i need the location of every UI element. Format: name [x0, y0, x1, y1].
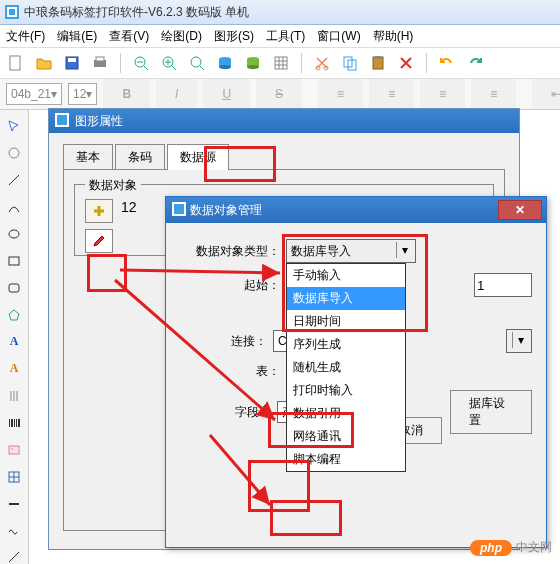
h-line-tool-icon[interactable]: [3, 493, 25, 514]
tab-basic[interactable]: 基本: [63, 144, 113, 170]
properties-titlebar: 图形属性: [49, 109, 519, 133]
tab-barcode[interactable]: 条码: [115, 144, 165, 170]
print-icon[interactable]: [90, 53, 110, 73]
type-select-value: 数据库导入: [291, 243, 351, 260]
menu-view[interactable]: 查看(V): [109, 28, 149, 45]
svg-rect-37: [9, 257, 19, 265]
edit-item-button[interactable]: [85, 229, 113, 253]
strike-icon[interactable]: S: [256, 79, 302, 109]
svg-point-34: [9, 148, 19, 158]
table-tool-icon[interactable]: [3, 466, 25, 487]
bold-icon[interactable]: B: [103, 79, 150, 109]
tab-datasource[interactable]: 数据源: [167, 144, 229, 170]
italic-icon[interactable]: I: [156, 79, 197, 109]
svg-rect-2: [9, 9, 15, 15]
zoomfit-icon[interactable]: [187, 53, 207, 73]
text-tool-icon[interactable]: A: [3, 332, 25, 353]
svg-rect-44: [14, 419, 15, 427]
align-just-icon[interactable]: ≡: [471, 79, 516, 109]
indent-icon[interactable]: ⇤: [532, 79, 560, 109]
grid-icon[interactable]: [271, 53, 291, 73]
menu-shape[interactable]: 图形(S): [214, 28, 254, 45]
vtext-tool-icon[interactable]: [3, 385, 25, 406]
line-tool-icon[interactable]: [3, 170, 25, 191]
image-tool-icon[interactable]: [3, 439, 25, 460]
dropdown-item[interactable]: 随机生成: [287, 356, 405, 379]
size-combo-value: 12: [73, 87, 86, 101]
zoomout-icon[interactable]: [131, 53, 151, 73]
barcode-tool-icon[interactable]: [3, 412, 25, 433]
svg-rect-46: [18, 419, 20, 427]
zoomin-icon[interactable]: [159, 53, 179, 73]
wave-tool-icon[interactable]: [3, 520, 25, 541]
svg-rect-47: [9, 446, 19, 454]
diag-tool-icon[interactable]: [3, 547, 25, 564]
close-button[interactable]: ✕: [498, 200, 542, 220]
underline-icon[interactable]: U: [203, 79, 250, 109]
app-icon: [4, 4, 20, 20]
dropdown-item[interactable]: 数据库导入: [287, 287, 405, 310]
richtext-tool-icon[interactable]: A: [3, 358, 25, 379]
svg-rect-43: [11, 419, 13, 427]
dropdown-item[interactable]: 序列生成: [287, 333, 405, 356]
svg-line-35: [9, 175, 19, 185]
properties-title: 图形属性: [75, 113, 123, 130]
menu-draw[interactable]: 绘图(D): [161, 28, 202, 45]
undo-icon[interactable]: [437, 53, 457, 73]
dropdown-item[interactable]: 打印时输入: [287, 379, 405, 402]
hand-tool-icon[interactable]: [3, 143, 25, 164]
delete-icon[interactable]: [396, 53, 416, 73]
round-tool-icon[interactable]: [3, 278, 25, 299]
dropdown-item[interactable]: 手动输入: [287, 264, 405, 287]
svg-rect-55: [57, 115, 67, 125]
chevron-down-icon: ▾: [396, 242, 413, 258]
group-value: 12: [121, 199, 137, 215]
menu-file[interactable]: 文件(F): [6, 28, 45, 45]
svg-rect-38: [9, 284, 19, 292]
dropdown-item[interactable]: 日期时间: [287, 310, 405, 333]
type-dropdown-list[interactable]: 手动输入 数据库导入 日期时间 序列生成 随机生成 打印时输入 数据引用 网络通…: [286, 263, 406, 472]
add-button[interactable]: [85, 199, 113, 223]
font-combo[interactable]: 04b_21▾: [6, 83, 62, 105]
align-center-icon[interactable]: ≡: [369, 79, 414, 109]
ellipse-tool-icon[interactable]: [3, 224, 25, 245]
dropdown-item[interactable]: 数据引用: [287, 402, 405, 425]
menu-window[interactable]: 窗口(W): [317, 28, 360, 45]
svg-point-48: [11, 448, 13, 450]
menu-help[interactable]: 帮助(H): [373, 28, 414, 45]
copy-icon[interactable]: [340, 53, 360, 73]
pointer-tool-icon[interactable]: [3, 116, 25, 137]
cut-icon[interactable]: [312, 53, 332, 73]
align-right-icon[interactable]: ≡: [420, 79, 465, 109]
db2-icon[interactable]: [243, 53, 263, 73]
menu-edit[interactable]: 编辑(E): [57, 28, 97, 45]
polygon-tool-icon[interactable]: [3, 305, 25, 326]
menu-tools[interactable]: 工具(T): [266, 28, 305, 45]
group-label: 数据对象: [85, 177, 141, 194]
menubar: 文件(F) 编辑(E) 查看(V) 绘图(D) 图形(S) 工具(T) 窗口(W…: [0, 25, 560, 48]
type-select[interactable]: 数据库导入 ▾: [286, 239, 416, 263]
db-icon[interactable]: [215, 53, 235, 73]
dropdown-item[interactable]: 脚本编程: [287, 448, 405, 471]
new-icon[interactable]: [6, 53, 26, 73]
paste-icon[interactable]: [368, 53, 388, 73]
dropdown-item[interactable]: 网络通讯: [287, 425, 405, 448]
panel-icon: [55, 113, 71, 129]
align-left-icon[interactable]: ≡: [318, 79, 363, 109]
watermark: php 中文网: [470, 539, 552, 556]
table-label: 表：: [180, 363, 286, 380]
open-icon[interactable]: [34, 53, 54, 73]
size-combo[interactable]: 12▾: [68, 83, 97, 105]
dialog-titlebar[interactable]: 数据对象管理 ✕: [166, 197, 546, 223]
svg-point-36: [9, 230, 19, 238]
save-icon[interactable]: [62, 53, 82, 73]
svg-rect-3: [10, 56, 20, 70]
copies-input[interactable]: [474, 273, 532, 297]
svg-line-10: [144, 66, 148, 70]
type-label: 数据对象类型：: [180, 243, 286, 260]
redo-icon[interactable]: [465, 53, 485, 73]
svg-line-16: [200, 66, 204, 70]
conn-dropdown[interactable]: ▾: [506, 329, 532, 353]
curve-tool-icon[interactable]: [3, 197, 25, 218]
rect-tool-icon[interactable]: [3, 251, 25, 272]
